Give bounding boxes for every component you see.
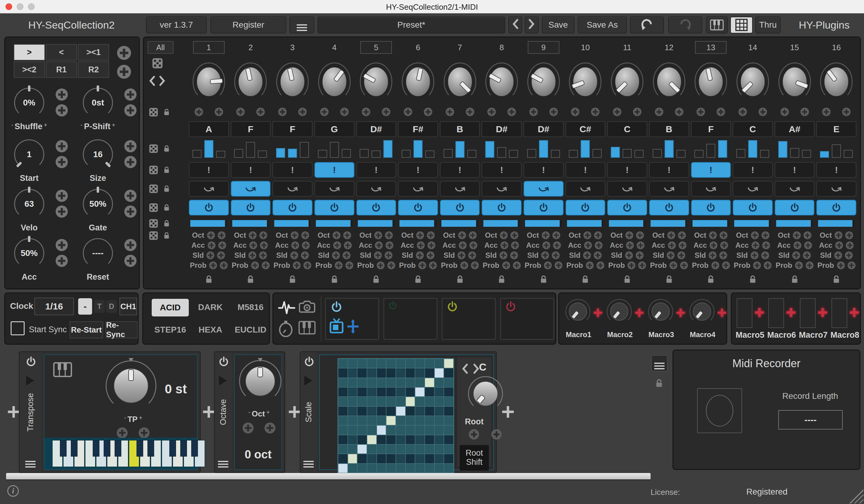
gate-button[interactable] xyxy=(189,200,229,216)
scale-cell[interactable] xyxy=(338,369,347,377)
param-plus-icon[interactable] xyxy=(207,231,215,239)
step-lock-icon[interactable] xyxy=(623,274,632,285)
param-plus-icon[interactable] xyxy=(301,231,309,239)
note-button[interactable]: C xyxy=(733,121,773,137)
param-plus-icon[interactable] xyxy=(427,231,435,239)
scale-cell[interactable] xyxy=(386,445,396,454)
scale-cell[interactable] xyxy=(386,397,396,406)
scale-cell[interactable] xyxy=(338,464,347,473)
clock-mod-normal-button[interactable]: - xyxy=(78,298,92,315)
scale-cell[interactable] xyxy=(386,425,396,434)
param-plus-icon[interactable] xyxy=(542,241,550,249)
slide-button[interactable] xyxy=(440,181,480,197)
scale-cell[interactable] xyxy=(415,416,424,425)
piano-icon[interactable] xyxy=(53,362,72,379)
param-plus-icon[interactable] xyxy=(804,241,812,249)
param-plus-icon[interactable] xyxy=(793,241,801,249)
param-plus-icon[interactable] xyxy=(597,261,604,269)
scale-cell[interactable] xyxy=(435,397,444,406)
mod-plus-icon[interactable] xyxy=(256,108,265,116)
pitch-knob[interactable] xyxy=(440,57,480,105)
gate-length-slider[interactable] xyxy=(734,220,771,227)
param-plus-icon[interactable] xyxy=(711,261,719,269)
slide-button[interactable] xyxy=(356,181,396,197)
note-button[interactable]: D# xyxy=(482,121,522,137)
step-lock-icon[interactable] xyxy=(246,274,255,285)
scale-cell[interactable] xyxy=(406,454,415,463)
param-plus-icon[interactable] xyxy=(459,241,467,249)
param-plus-icon[interactable] xyxy=(541,251,549,259)
scale-cell[interactable] xyxy=(444,359,453,368)
mod-plus-icon[interactable] xyxy=(117,428,128,438)
param-plus-icon[interactable] xyxy=(218,241,226,249)
gate-button[interactable] xyxy=(775,200,815,216)
scale-cell[interactable] xyxy=(425,369,434,377)
param-plus-icon[interactable] xyxy=(291,231,299,239)
param-plus-icon[interactable] xyxy=(418,261,426,269)
mod-plus-icon[interactable] xyxy=(758,108,767,116)
black-key[interactable] xyxy=(60,440,67,457)
mod-plus-icon[interactable] xyxy=(56,190,68,202)
scale-cell[interactable] xyxy=(358,435,367,444)
param-plus-icon[interactable] xyxy=(429,261,437,269)
scale-cell[interactable] xyxy=(367,407,376,416)
direction-button[interactable]: R1 xyxy=(46,61,77,78)
velo-knob[interactable]: 63 xyxy=(9,184,49,224)
accent-button[interactable]: ! xyxy=(189,162,229,178)
step-lock-icon[interactable] xyxy=(790,274,799,285)
mod-plus-icon[interactable] xyxy=(298,108,307,116)
scale-cell[interactable] xyxy=(358,464,367,473)
macro-slider[interactable] xyxy=(736,298,753,328)
redo-button[interactable] xyxy=(668,16,702,34)
accent-button[interactable]: ! xyxy=(816,162,856,178)
scale-cell[interactable] xyxy=(425,407,434,416)
scale-cell[interactable] xyxy=(406,435,415,444)
scale-cell[interactable] xyxy=(415,397,424,406)
macro-assign-icon[interactable] xyxy=(787,308,795,317)
step-lock-icon[interactable] xyxy=(455,274,465,285)
scale-cell[interactable] xyxy=(435,416,444,425)
macro-assign-icon[interactable] xyxy=(850,308,859,317)
macro5-slider-unit[interactable]: Macro5 xyxy=(735,297,766,342)
scale-cell[interactable] xyxy=(425,359,434,368)
dice-icon[interactable] xyxy=(149,107,158,117)
mod-plus-icon[interactable] xyxy=(124,190,136,202)
hamburger-icon[interactable] xyxy=(303,461,314,462)
slide-button[interactable] xyxy=(314,181,355,197)
black-key[interactable] xyxy=(93,440,99,457)
note-button[interactable]: F# xyxy=(398,121,438,137)
transpose-keyboard[interactable] xyxy=(44,438,197,469)
resync-button[interactable]: Re-Sync xyxy=(106,321,138,338)
param-plus-icon[interactable] xyxy=(385,231,393,239)
gate-button[interactable] xyxy=(691,200,731,216)
save-button[interactable]: Save xyxy=(542,16,575,34)
param-plus-icon[interactable] xyxy=(636,231,644,239)
scale-cell[interactable] xyxy=(348,387,357,396)
slide-button[interactable] xyxy=(524,181,564,197)
param-plus-icon[interactable] xyxy=(500,231,508,239)
scale-cell[interactable] xyxy=(396,378,405,387)
lock-icon[interactable] xyxy=(163,166,170,174)
macro-assign-icon[interactable] xyxy=(755,308,764,317)
scale-cell[interactable] xyxy=(367,359,376,368)
direction-button[interactable]: ><1 xyxy=(78,44,109,60)
scale-cell[interactable] xyxy=(367,416,376,425)
scale-cell[interactable] xyxy=(396,464,405,473)
slide-button[interactable] xyxy=(231,181,271,197)
scale-cell[interactable] xyxy=(444,464,453,473)
velocity-sliders[interactable] xyxy=(649,140,689,158)
step-number[interactable]: 11 xyxy=(611,41,643,54)
slide-button[interactable] xyxy=(482,181,522,197)
pitch-knob[interactable] xyxy=(482,57,522,105)
param-plus-icon[interactable] xyxy=(751,231,759,239)
param-plus-icon[interactable] xyxy=(803,251,811,259)
velocity-sliders[interactable] xyxy=(607,140,647,158)
root-knob[interactable] xyxy=(466,374,505,415)
scale-cell[interactable] xyxy=(377,445,386,454)
step-number[interactable]: 9 xyxy=(528,41,560,54)
param-plus-icon[interactable] xyxy=(303,261,311,269)
param-plus-icon[interactable] xyxy=(554,261,562,269)
scale-cell[interactable] xyxy=(435,407,444,416)
scale-cell[interactable] xyxy=(367,445,376,454)
param-plus-icon[interactable] xyxy=(722,261,730,269)
